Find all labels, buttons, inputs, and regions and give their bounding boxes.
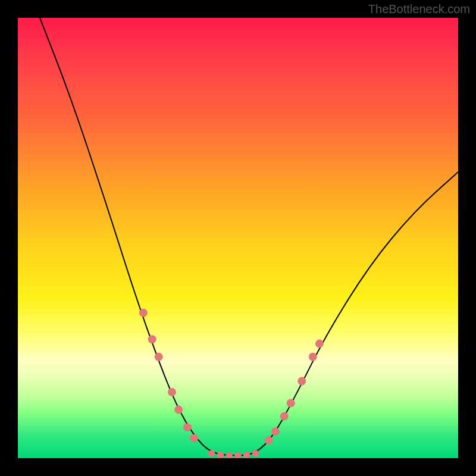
data-marker [148,335,156,343]
data-marker [217,452,224,458]
data-marker [309,353,317,361]
data-marker [208,450,215,458]
data-marker [155,353,163,361]
chart-svg [18,18,458,458]
data-marker [252,450,259,458]
data-marker [139,309,148,317]
data-marker [174,406,183,414]
chart-plot-area [18,18,458,458]
data-marker [280,412,289,421]
data-marker [315,340,324,348]
data-marker [287,399,295,408]
data-marker [183,423,192,431]
watermark-text: TheBottleneck.com [368,2,470,16]
data-markers [139,309,324,458]
data-marker [271,428,280,436]
data-marker [243,452,250,458]
bottleneck-curve [40,18,458,455]
data-marker [168,388,176,396]
data-marker [265,436,273,444]
data-marker [190,434,198,443]
data-marker [234,452,242,458]
data-marker [298,377,306,386]
data-marker [226,452,233,458]
